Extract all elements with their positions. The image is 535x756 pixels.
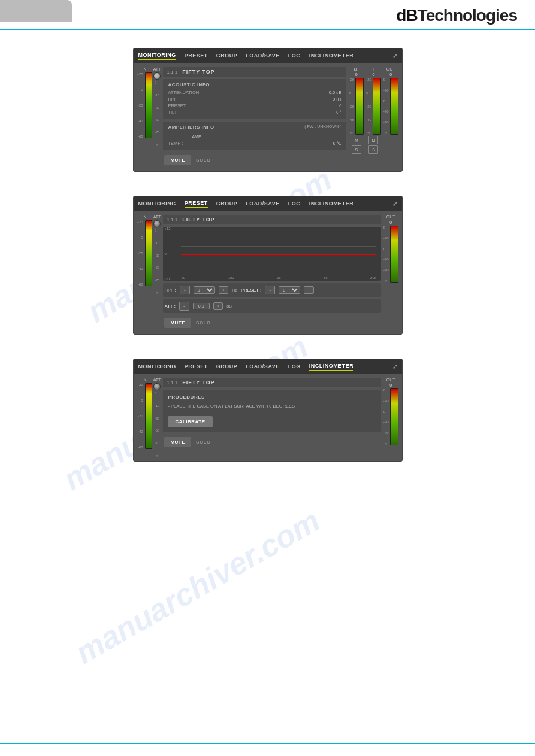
menu-item-inclinometer-1[interactable]: INCLINOMETER (309, 51, 354, 60)
menu-item-log-2[interactable]: LOG (288, 199, 301, 208)
out-col: OUT 0 0 -20 0 -20 -40 -∞ (383, 67, 398, 135)
lf-s-button[interactable]: S (352, 145, 361, 154)
att-label-3: ATT (153, 378, 161, 382)
att-plus-btn[interactable]: + (213, 302, 223, 310)
out-meter-3 (390, 388, 398, 445)
device-name-2: FIFTY TOP (182, 217, 215, 223)
hf-s-button[interactable]: S (368, 145, 378, 154)
att-label-2: ATT (153, 215, 161, 219)
att-knob-3[interactable] (153, 383, 161, 390)
menu-item-loadsave-2[interactable]: LOAD/SAVE (246, 199, 279, 208)
menu-item-monitoring-1[interactable]: MONITORING (138, 51, 176, 60)
att-unit: dB (226, 304, 232, 308)
solo-button-3[interactable]: SOLO (196, 439, 211, 445)
att-value: 0.0 (193, 303, 210, 309)
menu-item-loadsave-1[interactable]: LOAD/SAVE (246, 51, 279, 60)
panel-monitoring: MONITORING PRESET GROUP LOAD/SAVE LOG IN… (133, 48, 403, 172)
hpf-plus-btn[interactable]: + (219, 286, 229, 294)
expand-icon-2[interactable]: ⤢ (392, 201, 397, 207)
logo-text: Technologies (418, 6, 517, 25)
menu-item-inclinometer-3[interactable]: INCLINOMETER (309, 362, 354, 371)
menu-item-group-1[interactable]: GROUP (216, 51, 238, 60)
attenuation-key: ATTENUATION : (168, 90, 210, 95)
logo-db: dB (396, 6, 417, 25)
menu-item-preset-3[interactable]: PRESET (185, 362, 208, 371)
menu-item-log-1[interactable]: LOG (288, 51, 301, 60)
lf-meter (355, 78, 364, 135)
device-name-3: FIFTY TOP (182, 379, 215, 385)
graph-flat-line (181, 254, 376, 255)
att-knob-2[interactable] (153, 220, 161, 227)
in-scale-3: +20 0 -20 -40 -60 (137, 383, 144, 449)
graph-zero-line (181, 246, 376, 247)
fw-label: ( FW : UNKNOWN ) (304, 125, 341, 132)
in-att-section-2: IN +20 0 -20 -40 -60 ATT (137, 215, 161, 330)
att-knob[interactable] (153, 72, 161, 80)
out-scale: 0 -20 0 -20 -40 -∞ (383, 78, 389, 135)
solo-button-1[interactable]: SOLO (196, 157, 211, 163)
procedures-text: - PLACE THE CASE ON A FLAT SURFACE WITH … (168, 403, 376, 409)
calibrate-button[interactable]: CALIBRATE (168, 416, 212, 427)
panel-body-preset: IN +20 0 -20 -40 -60 ATT (134, 211, 402, 334)
temp-val: 0 °C (333, 141, 342, 146)
preset-key: PRESET : (168, 103, 210, 108)
menu-item-monitoring-3[interactable]: MONITORING (138, 362, 176, 371)
amp-header: AMPLIFIERS INFO ( FW : UNKNOWN ) (168, 125, 341, 132)
in-label-3: IN (143, 378, 147, 382)
out-col-2: OUT 0 0 -20 0 -20 -40 -∞ (383, 215, 398, 330)
out-label-2: OUT (386, 215, 395, 219)
mute-button-2[interactable]: MUTE (164, 318, 191, 328)
menu-item-inclinometer-2[interactable]: INCLINOMETER (309, 199, 354, 208)
in-label: IN (143, 67, 147, 71)
preset-graph: +12 0 -30 20 100 1k 5k 20k (163, 227, 380, 281)
menu-item-log-3[interactable]: LOG (288, 362, 301, 371)
device-id-2: 1.1.1 (167, 217, 177, 223)
device-header-2: 1.1.1 FIFTY TOP (163, 215, 380, 224)
tilt-row: TILT : 0 ° (168, 110, 341, 115)
att-minus-btn[interactable]: - (179, 302, 189, 311)
menu-item-group-3[interactable]: GROUP (216, 362, 238, 371)
device-header-3: 1.1.1 FIFTY TOP (163, 378, 380, 387)
expand-icon-1[interactable]: ⤢ (392, 53, 397, 59)
temp-key: TEMP : (168, 141, 210, 146)
att-col-3: ATT 0 -10 -30 -50 -70 -∞ (153, 378, 161, 457)
in-label-2: IN (143, 215, 147, 219)
preset-plus-btn[interactable]: + (304, 286, 314, 294)
solo-button-2[interactable]: SOLO (196, 320, 211, 326)
att-scale-2: 0 -10 -30 -50 -70 -∞ (155, 229, 160, 294)
hpf-unit: Hz (232, 288, 237, 292)
lf-m-button[interactable]: M (352, 136, 361, 144)
in-att-section: IN +20 0 -20 -40 -60 ATT (137, 67, 161, 168)
device-id-3: 1.1.1 (167, 380, 177, 385)
controls-bar-3: MUTE SOLO (163, 435, 380, 450)
lf-col: LF 0 -20 0 -20 -40 -∞ M S (349, 67, 364, 154)
expand-icon-3[interactable]: ⤢ (392, 363, 397, 370)
mute-button-3[interactable]: MUTE (164, 437, 191, 447)
preset-select[interactable]: 0 (279, 286, 300, 294)
menu-item-monitoring-2[interactable]: MONITORING (138, 199, 176, 208)
hpf-label: HPF : (164, 287, 176, 293)
main-inclinometer-area: 1.1.1 FIFTY TOP PROCEDURES - PLACE THE C… (163, 378, 380, 457)
preset-minus-btn[interactable]: - (265, 286, 275, 294)
mute-button-1[interactable]: MUTE (164, 155, 191, 165)
out-meter (390, 78, 398, 135)
hpf-minus-btn[interactable]: - (180, 286, 190, 294)
menu-item-preset-1[interactable]: PRESET (185, 51, 208, 60)
in-meter (145, 72, 152, 138)
hf-col: HF 0 -20 0 -20 -40 -∞ M S (366, 67, 381, 154)
in-col-2: IN +20 0 -20 -40 -60 (137, 215, 152, 286)
device-header-1: 1.1.1 FIFTY TOP (163, 67, 346, 77)
hpf-select[interactable]: 0 (194, 286, 215, 294)
menu-item-group-2[interactable]: GROUP (216, 199, 238, 208)
acoustic-info: ACOUSTIC INFO ATTENUATION : 0.0 dB HPF :… (163, 79, 346, 119)
hpf-val: 0 Hz (333, 96, 341, 102)
menu-item-loadsave-3[interactable]: LOAD/SAVE (246, 362, 279, 371)
in-meter-3 (145, 383, 152, 449)
panel-preset: MONITORING PRESET GROUP LOAD/SAVE LOG IN… (133, 196, 403, 335)
att-label-ctrl: ATT : (164, 303, 176, 309)
out-val: 0 (389, 72, 392, 77)
menu-item-preset-2[interactable]: PRESET (185, 199, 208, 208)
hf-m-button[interactable]: M (368, 136, 378, 144)
out-val-3: 0 (389, 383, 392, 387)
att-controls: ATT : - 0.0 + dB (163, 299, 380, 313)
